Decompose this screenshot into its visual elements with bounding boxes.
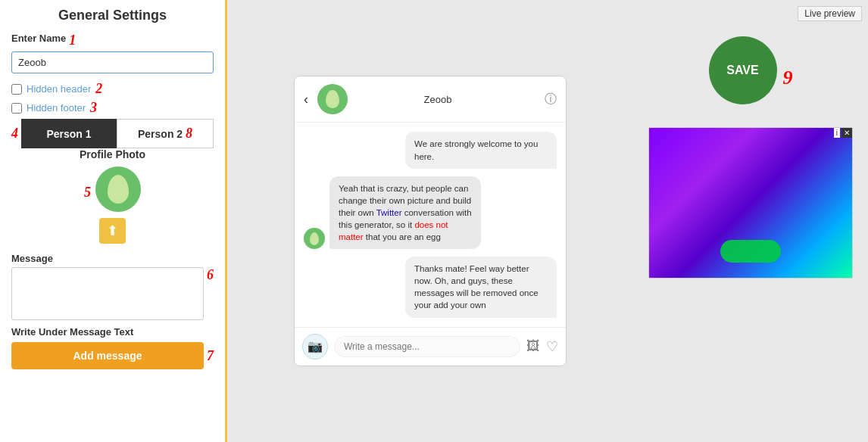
camera-button[interactable]: 📷 bbox=[302, 334, 328, 360]
camera-icon: 📷 bbox=[308, 339, 323, 353]
upload-photo-button[interactable]: ⬆ bbox=[99, 218, 126, 244]
small-egg bbox=[310, 232, 319, 245]
ad-box: i ✕ bbox=[648, 127, 853, 279]
middle-panel: ‹ Zeoob ⓘ We are strongly welcome to you… bbox=[227, 0, 633, 442]
chat-area: We are strongly welcome to you here. Yea… bbox=[295, 123, 566, 326]
ad-label: i bbox=[834, 128, 840, 138]
message-input[interactable] bbox=[334, 336, 520, 357]
number-7: 7 bbox=[207, 348, 214, 364]
hidden-footer-row: Hidden footer 3 bbox=[11, 100, 97, 116]
tab-person2[interactable]: Person 2 8 bbox=[117, 119, 214, 148]
number-4: 4 bbox=[11, 126, 18, 142]
enter-name-label: Enter Name bbox=[11, 33, 66, 44]
number-6: 6 bbox=[207, 267, 214, 326]
message-textarea[interactable] bbox=[11, 267, 204, 320]
hidden-footer-checkbox[interactable] bbox=[11, 103, 22, 114]
does-not-matter-text: does not matter bbox=[339, 220, 448, 241]
bubble-msg1: We are strongly welcome to you here. bbox=[405, 132, 557, 168]
tab-person1[interactable]: Person 1 bbox=[21, 119, 117, 148]
phone-input-bar: 📷 🖼 ♡ bbox=[295, 327, 566, 366]
hidden-footer-label: Hidden footer bbox=[27, 102, 86, 114]
person-tabs: Person 1 Person 2 8 bbox=[21, 119, 214, 148]
message-label: Message bbox=[11, 253, 53, 264]
number-5: 5 bbox=[84, 185, 91, 201]
hidden-header-row: Hidden header 2 bbox=[11, 81, 102, 97]
add-message-button[interactable]: Add message bbox=[11, 342, 204, 369]
write-under-label: Write Under Message Text bbox=[11, 326, 133, 338]
save-button[interactable]: SAVE bbox=[709, 36, 777, 104]
heart-icon[interactable]: ♡ bbox=[546, 338, 558, 355]
right-panel: Live preview SAVE 9 i ✕ bbox=[633, 0, 868, 442]
profile-photo-label: Profile Photo bbox=[80, 148, 145, 160]
bubble-msg2: Yeah that is crazy, but people can chang… bbox=[329, 176, 481, 249]
live-preview-label: Live preview bbox=[798, 6, 862, 21]
header-avatar bbox=[317, 84, 348, 114]
phone-header: ‹ Zeoob ⓘ bbox=[295, 76, 566, 123]
back-arrow-icon[interactable]: ‹ bbox=[304, 92, 308, 107]
number-2: 2 bbox=[95, 81, 102, 97]
bubble-msg3: Thanks mate! Feel way better now. Oh, an… bbox=[405, 257, 557, 317]
left-panel: General Settings Enter Name 1 Hidden hea… bbox=[0, 0, 227, 442]
hidden-header-label: Hidden header bbox=[27, 83, 91, 95]
ad-green-blob bbox=[720, 240, 781, 263]
number-8: 8 bbox=[186, 126, 192, 141]
image-icon[interactable]: 🖼 bbox=[526, 338, 540, 354]
number-3: 3 bbox=[90, 100, 97, 116]
phone-frame: ‹ Zeoob ⓘ We are strongly welcome to you… bbox=[294, 76, 567, 366]
hidden-header-checkbox[interactable] bbox=[11, 84, 22, 95]
avatar-circle bbox=[95, 167, 141, 212]
ad-close-button[interactable]: ✕ bbox=[841, 128, 852, 138]
number-1: 1 bbox=[69, 33, 76, 48]
header-egg bbox=[326, 90, 339, 108]
avatar-egg bbox=[108, 175, 129, 204]
info-icon[interactable]: ⓘ bbox=[545, 92, 557, 107]
name-input[interactable] bbox=[11, 51, 214, 73]
bubble-row-msg2: Yeah that is crazy, but people can chang… bbox=[304, 176, 557, 249]
small-avatar bbox=[304, 228, 325, 249]
ad-top-bar: i ✕ bbox=[834, 128, 852, 138]
upload-icon: ⬆ bbox=[107, 223, 118, 239]
number-9: 9 bbox=[783, 67, 793, 89]
twitter-text: Twitter bbox=[376, 208, 402, 217]
header-username: Zeoob bbox=[354, 94, 522, 105]
settings-title: General Settings bbox=[58, 8, 167, 23]
